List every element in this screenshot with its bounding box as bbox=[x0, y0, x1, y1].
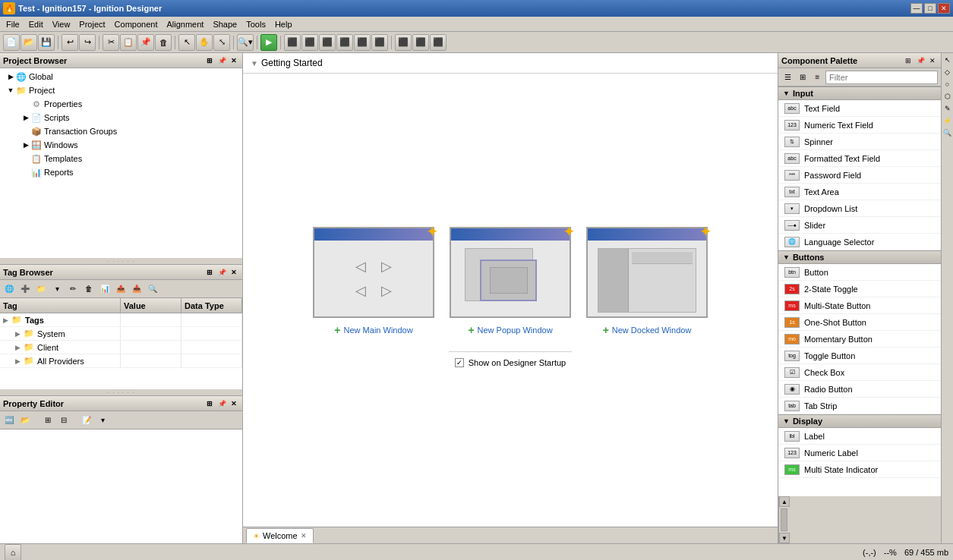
component-palette-search[interactable] bbox=[825, 71, 938, 84]
card-main-window[interactable]: ◁ ▷ ◁ ▷ ✦ bbox=[313, 227, 434, 336]
scrollbar-down-btn[interactable]: ▼ bbox=[779, 533, 790, 543]
prop-dropdown-btn[interactable]: ▾ bbox=[95, 414, 110, 427]
scrollbar-up-btn[interactable]: ▲ bbox=[779, 496, 790, 507]
cp-item-label[interactable]: lbl Label bbox=[778, 428, 941, 445]
mini-bar-btn-7[interactable]: 🔍 bbox=[942, 127, 953, 138]
tag-export-btn[interactable]: 📤 bbox=[113, 282, 128, 296]
cp-item-toggle-button[interactable]: tog Toggle Button bbox=[778, 348, 941, 364]
tree-item-properties[interactable]: ⚙ Properties bbox=[2, 97, 241, 111]
new-button[interactable]: 📄 bbox=[3, 34, 20, 51]
menu-edit[interactable]: Edit bbox=[24, 19, 48, 30]
tag-dropdown-btn[interactable]: ▾ bbox=[49, 282, 65, 296]
resize-button[interactable]: ⤡ bbox=[213, 34, 230, 51]
mini-bar-btn-3[interactable]: ○ bbox=[942, 79, 953, 90]
align-left[interactable]: ⬛ bbox=[284, 34, 301, 51]
cp-item-formatted-text-field[interactable]: abc Formatted Text Field bbox=[778, 150, 941, 167]
same-size[interactable]: ⬛ bbox=[430, 34, 447, 51]
tag-browser-pin[interactable]: 📌 bbox=[216, 267, 227, 278]
cp-item-momentary-button[interactable]: mo Momentary Button bbox=[778, 331, 941, 348]
cp-item-text-area[interactable]: txt Text Area bbox=[778, 184, 941, 200]
tag-chart-btn[interactable]: 📊 bbox=[97, 282, 112, 296]
menu-component[interactable]: Component bbox=[110, 19, 163, 30]
card-docked-window[interactable]: ✦ + New Docked Window bbox=[586, 227, 708, 336]
scrollbar-thumb[interactable] bbox=[781, 508, 787, 531]
paste-button[interactable]: 📌 bbox=[137, 34, 154, 51]
undo-button[interactable]: ↩ bbox=[62, 34, 78, 51]
tree-item-windows[interactable]: ▶ 🪟 Windows bbox=[2, 138, 241, 152]
prop-expand-btn[interactable]: ⊞ bbox=[40, 414, 55, 427]
cp-item-language-selector[interactable]: 🌐 Language Selector bbox=[778, 234, 941, 250]
cp-item-multistate-button[interactable]: ms Multi-State Button bbox=[778, 297, 941, 314]
cp-section-display-header[interactable]: ▼ Display bbox=[778, 414, 941, 428]
redo-button[interactable]: ↪ bbox=[79, 34, 96, 51]
cp-section-buttons-header[interactable]: ▼ Buttons bbox=[778, 250, 941, 264]
mini-bar-btn-2[interactable]: ◇ bbox=[942, 67, 953, 77]
status-home-btn[interactable]: ⌂ bbox=[5, 544, 21, 561]
cp-item-spinner[interactable]: ⇅ Spinner bbox=[778, 134, 941, 150]
tree-item-transaction-groups[interactable]: 📦 Transaction Groups bbox=[2, 124, 241, 138]
move-button[interactable]: ✋ bbox=[196, 34, 213, 51]
tag-row-allproviders[interactable]: ▶ 📁 All Providers bbox=[0, 354, 242, 368]
tag-row-system[interactable]: ▶ 📁 System bbox=[0, 327, 242, 341]
property-editor-pin[interactable]: 📌 bbox=[216, 398, 227, 409]
tag-browse-btn[interactable]: 🌐 bbox=[2, 282, 17, 296]
new-popup-window-button[interactable]: + New Popup Window bbox=[468, 324, 552, 336]
cp-item-dropdown-list[interactable]: ▾ Dropdown List bbox=[778, 200, 941, 217]
prop-script-btn[interactable]: 📝 bbox=[79, 414, 94, 427]
prop-cat-btn[interactable]: 📂 bbox=[17, 414, 33, 427]
cp-item-slider[interactable]: —● Slider bbox=[778, 217, 941, 234]
tab-welcome[interactable]: ☀ Welcome ✕ bbox=[246, 528, 314, 543]
menu-shape[interactable]: Shape bbox=[208, 19, 241, 30]
cp-list-btn[interactable]: ≡ bbox=[811, 71, 824, 84]
tag-browser-close[interactable]: ✕ bbox=[229, 267, 239, 278]
tree-item-templates[interactable]: 📋 Templates bbox=[2, 152, 241, 165]
cp-section-input-header[interactable]: ▼ Input bbox=[778, 87, 941, 100]
cp-item-check-box[interactable]: ☑ Check Box bbox=[778, 364, 941, 381]
tab-welcome-close[interactable]: ✕ bbox=[301, 532, 307, 540]
project-browser-pin[interactable]: 📌 bbox=[216, 55, 227, 66]
align-middle[interactable]: ⬛ bbox=[354, 34, 371, 51]
tree-item-global[interactable]: ▶ 🌐 Global bbox=[2, 70, 241, 83]
getting-started-collapse[interactable]: ▼ bbox=[251, 59, 258, 68]
tag-row-tags[interactable]: ▶ 📁 Tags bbox=[0, 313, 242, 327]
mini-bar-btn-6[interactable]: ⚡ bbox=[942, 115, 953, 126]
tag-delete-btn[interactable]: 🗑 bbox=[81, 282, 96, 296]
save-button[interactable]: 💾 bbox=[38, 34, 55, 51]
menu-alignment[interactable]: Alignment bbox=[162, 19, 208, 30]
cp-pin-btn[interactable]: 📌 bbox=[915, 55, 926, 66]
cp-item-tab-strip[interactable]: tab Tab Strip bbox=[778, 398, 941, 414]
menu-help[interactable]: Help bbox=[270, 19, 297, 30]
preview-button[interactable]: ▶ bbox=[260, 34, 277, 51]
menu-project[interactable]: Project bbox=[74, 19, 109, 30]
prop-sort-btn[interactable]: 🔤 bbox=[2, 414, 17, 427]
mini-bar-btn-5[interactable]: ✎ bbox=[942, 103, 953, 114]
cp-item-numeric-text-field[interactable]: 123 Numeric Text Field bbox=[778, 117, 941, 134]
copy-button[interactable]: 📋 bbox=[120, 34, 137, 51]
tree-item-scripts[interactable]: ▶ 📄 Scripts bbox=[2, 111, 241, 124]
tree-item-reports[interactable]: 📊 Reports bbox=[2, 165, 241, 179]
cp-item-password-field[interactable]: *** Password Field bbox=[778, 167, 941, 184]
tag-folder-btn[interactable]: 📁 bbox=[33, 282, 49, 296]
tag-add-btn[interactable]: ➕ bbox=[17, 282, 33, 296]
tag-edit-btn[interactable]: ✏ bbox=[65, 282, 80, 296]
zoom-dropdown[interactable]: 🔍▾ bbox=[237, 34, 254, 51]
align-right[interactable]: ⬛ bbox=[319, 34, 336, 51]
property-editor-close[interactable]: ✕ bbox=[229, 398, 239, 409]
mini-bar-btn-4[interactable]: ⬡ bbox=[942, 91, 953, 102]
tree-item-project[interactable]: ▼ 📁 Project bbox=[2, 83, 241, 97]
cp-view-btn[interactable]: ☰ bbox=[781, 71, 794, 84]
resize-handle-2[interactable]: · · · · · · bbox=[0, 389, 242, 395]
cp-item-text-field[interactable]: abc Text Field bbox=[778, 100, 941, 117]
cp-grid-btn[interactable]: ⊞ bbox=[796, 71, 809, 84]
tag-search-btn[interactable]: 🔍 bbox=[145, 282, 160, 296]
cp-item-button[interactable]: btn Button bbox=[778, 264, 941, 281]
cut-button[interactable]: ✂ bbox=[103, 34, 119, 51]
new-docked-window-button[interactable]: + New Docked Window bbox=[603, 324, 692, 336]
align-top[interactable]: ⬛ bbox=[336, 34, 353, 51]
resize-handle-1[interactable]: · · · · · · bbox=[0, 258, 242, 264]
property-editor-float[interactable]: ⊞ bbox=[204, 398, 215, 409]
project-browser-float[interactable]: ⊞ bbox=[204, 55, 215, 66]
scrollbar-track[interactable] bbox=[779, 507, 789, 533]
minimize-button[interactable]: — bbox=[910, 3, 923, 14]
align-bottom[interactable]: ⬛ bbox=[371, 34, 388, 51]
